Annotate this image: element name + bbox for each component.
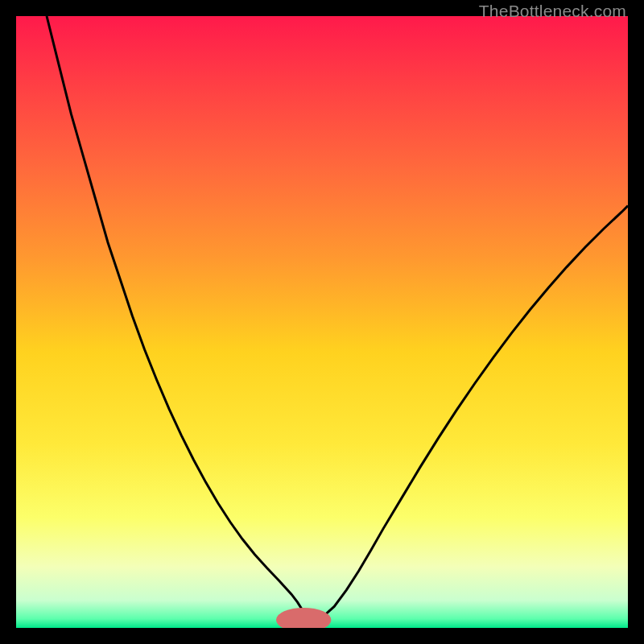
watermark-text: TheBottleneck.com [479,2,626,21]
bottleneck-chart [16,16,628,628]
chart-frame [16,16,628,628]
gradient-background [16,16,628,628]
